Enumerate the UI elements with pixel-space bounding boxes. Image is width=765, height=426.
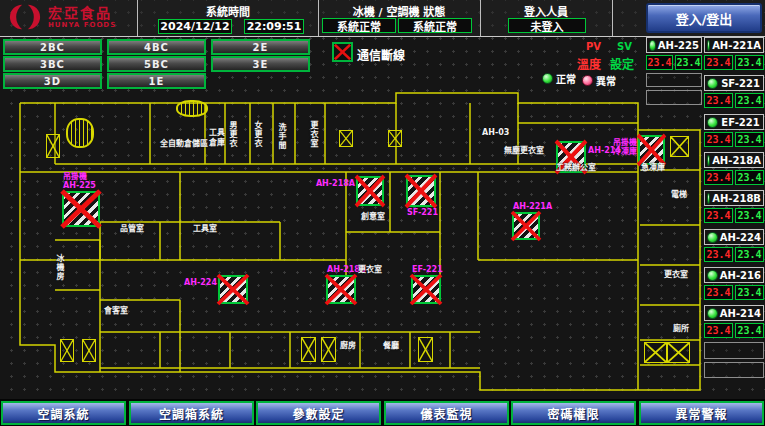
unit-pv-value: 23.4 — [704, 208, 733, 223]
door-x-mark — [644, 342, 667, 363]
offline-device-吊掛機-冷凍庫[interactable]: 吊掛機冷凍庫 — [638, 135, 665, 165]
floor-button-2bc[interactable]: 2BC — [3, 39, 102, 55]
unit-sv-value: 23.4 — [735, 170, 764, 185]
floor-button-2e[interactable]: 2E — [211, 39, 310, 55]
nav-button-3[interactable]: 參數設定 — [256, 401, 381, 425]
floor-button-label: 3D — [5, 75, 100, 87]
floor-button-5bc[interactable]: 5BC — [107, 56, 206, 72]
unit-ah-224[interactable]: AH-224 — [704, 229, 764, 245]
ac-status-field: 系統正常 — [398, 18, 472, 33]
floor-button-label: 1E — [109, 75, 204, 87]
yellow-x-icon — [302, 338, 315, 361]
unit-ah-218a[interactable]: AH-218A — [704, 152, 764, 168]
abnormal-led-icon — [582, 75, 593, 86]
unit-ah-221a[interactable]: AH-221A — [704, 37, 764, 53]
brand-name: 宏亞食品 — [48, 6, 116, 21]
unit-value-row: 23.423.4 — [704, 323, 764, 338]
floor-button-label: 2BC — [5, 41, 100, 53]
offline-device-吊掛機-ah-225[interactable]: 吊掛機AH-225 — [62, 191, 100, 227]
unit-pv-value: 23.4 — [704, 132, 733, 147]
yellow-x-icon — [322, 338, 335, 361]
floor-button-3bc[interactable]: 3BC — [3, 56, 102, 72]
offline-device-ah-218a[interactable]: AH-218A — [356, 176, 384, 206]
unit-ah-214[interactable]: AH-214 — [704, 305, 764, 321]
unit-name-label: AH-216 — [720, 270, 761, 281]
offline-device-ef-221[interactable]: EF-221 — [411, 275, 441, 304]
comm-fail-x-icon — [62, 191, 100, 227]
room-label: 全自動倉儲區 — [160, 139, 208, 148]
unit-value-row: 23.423.4 — [704, 93, 764, 108]
door-x-mark — [321, 337, 336, 362]
comm-fail-x-icon — [556, 141, 586, 173]
nav-button-2[interactable]: 空調箱系統 — [129, 401, 254, 425]
unit-sv-value: 23.4 — [735, 55, 764, 70]
device-label: AH-221A — [513, 202, 552, 211]
unit-value-row: 23.423.4 — [704, 208, 764, 223]
nav-button-5[interactable]: 密碼權限 — [511, 401, 636, 425]
floor-button-label: 5BC — [109, 58, 204, 70]
room-label: AH-03 — [482, 128, 509, 137]
unit-ah-225[interactable]: AH-225 — [646, 37, 702, 53]
unit-sf-221[interactable]: SF-221 — [704, 75, 764, 91]
door-x-mark — [301, 337, 316, 362]
offline-device-ah-218b[interactable]: AH-218B — [326, 275, 356, 304]
device-label: AH-218B — [327, 265, 366, 274]
nav-button-label: 密碼權限 — [513, 403, 634, 423]
unit-status-led — [707, 193, 710, 204]
yellow-x-icon — [645, 343, 666, 362]
system-date-field: 2024/12/12 — [158, 19, 232, 34]
unit-ah-218b[interactable]: AH-218B — [704, 190, 764, 206]
yellow-x-icon — [668, 343, 689, 362]
nav-button-label: 儀表監視 — [386, 403, 507, 423]
offline-device-ah-214[interactable]: AH-214 — [556, 141, 586, 173]
room-label: 無塵更衣室 — [504, 146, 544, 155]
floor-button-label: 3E — [213, 58, 308, 70]
floor-button-label: 3BC — [5, 58, 100, 70]
unit-name-label: AH-221A — [712, 40, 761, 51]
yellow-x-icon — [83, 340, 95, 361]
unit-pv-value: 23.4 — [704, 93, 733, 108]
unit-value-row: 23.423.4 — [704, 170, 764, 185]
unit-ah-216[interactable]: AH-216 — [704, 267, 764, 283]
unit-name-label: SF-221 — [720, 78, 761, 89]
empty-unit-slot — [646, 90, 702, 105]
floor-button-1e[interactable]: 1E — [107, 73, 206, 89]
yellow-x-icon — [389, 131, 401, 146]
nav-button-label: 空調箱系統 — [131, 403, 252, 423]
floor-button-4bc[interactable]: 4BC — [107, 39, 206, 55]
floor-button-3d[interactable]: 3D — [3, 73, 102, 89]
nav-button-6[interactable]: 異常警報 — [639, 401, 764, 425]
abnormal-legend: 異常 — [582, 73, 616, 88]
empty-unit-slot — [646, 73, 702, 87]
nav-button-1[interactable]: 空調系統 — [1, 401, 126, 425]
unit-name-label: AH-214 — [720, 308, 761, 319]
door-x-mark — [60, 339, 74, 362]
room-label: 女更衣 — [253, 121, 262, 148]
unit-sv-value: 23.4 — [735, 208, 764, 223]
company-logo: 宏亞食品 HUNYA FOODS — [8, 2, 116, 32]
door-x-mark — [46, 134, 60, 158]
door-x-mark — [388, 130, 402, 147]
red-x-icon — [334, 44, 351, 60]
yellow-x-icon — [61, 340, 73, 361]
login-logout-button[interactable]: 登入/登出 — [646, 3, 762, 33]
offline-device-sf-221[interactable]: SF-221 — [406, 175, 436, 207]
floor-button-3e[interactable]: 3E — [211, 56, 310, 72]
comm-fail-x-icon — [406, 175, 436, 207]
login-state-field: 未登入 — [508, 18, 586, 33]
normal-legend: 正常 — [542, 71, 576, 86]
nav-button-4[interactable]: 儀表監視 — [384, 401, 509, 425]
offline-device-ah-221a[interactable]: AH-221A — [512, 212, 540, 240]
unit-name-label: AH-218B — [712, 193, 761, 204]
nav-button-label: 參數設定 — [258, 403, 379, 423]
unit-status-led — [707, 232, 718, 243]
yellow-x-icon — [340, 131, 352, 146]
nav-button-label: 異常警報 — [641, 403, 762, 423]
offline-device-ah-224[interactable]: AH-224 — [218, 275, 248, 304]
unit-ef-221[interactable]: EF-221 — [704, 114, 764, 130]
system-time-label: 系統時間 — [138, 3, 318, 19]
abnormal-legend-label: 異常 — [596, 73, 616, 88]
comm-fail-x-icon — [356, 176, 384, 206]
unit-status-led — [649, 40, 656, 51]
comm-fail-x-icon — [512, 212, 540, 240]
